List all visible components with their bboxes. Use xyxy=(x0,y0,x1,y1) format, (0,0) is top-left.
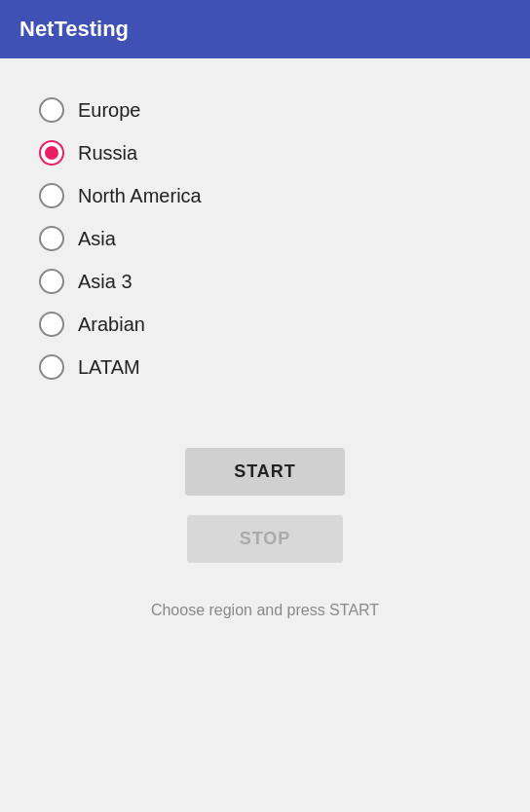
radio-circle-asia3 xyxy=(39,269,64,294)
radio-item-asia[interactable]: Asia xyxy=(39,226,491,251)
radio-circle-north-america xyxy=(39,183,64,208)
radio-label-asia: Asia xyxy=(78,228,116,250)
buttons-section: START STOP xyxy=(39,448,491,563)
radio-label-asia3: Asia 3 xyxy=(78,271,132,293)
radio-item-north-america[interactable]: North America xyxy=(39,183,491,208)
radio-circle-asia xyxy=(39,226,64,251)
radio-circle-arabian xyxy=(39,312,64,337)
radio-item-asia3[interactable]: Asia 3 xyxy=(39,269,491,294)
app-header: NetTesting xyxy=(0,0,530,58)
main-content: Europe Russia North America Asia Asia 3 xyxy=(0,58,530,812)
app-title: NetTesting xyxy=(19,17,129,42)
start-button[interactable]: START xyxy=(185,448,345,496)
radio-label-latam: LATAM xyxy=(78,356,140,379)
radio-item-latam[interactable]: LATAM xyxy=(39,354,491,380)
radio-item-russia[interactable]: Russia xyxy=(39,140,491,166)
status-message: Choose region and press START xyxy=(39,602,491,619)
radio-item-europe[interactable]: Europe xyxy=(39,97,491,123)
radio-label-arabian: Arabian xyxy=(78,314,145,336)
radio-circle-russia xyxy=(39,140,64,166)
radio-circle-europe xyxy=(39,97,64,123)
app-container: NetTesting Europe Russia North America A… xyxy=(0,0,530,812)
radio-item-arabian[interactable]: Arabian xyxy=(39,312,491,337)
region-radio-group: Europe Russia North America Asia Asia 3 xyxy=(39,97,491,380)
radio-label-europe: Europe xyxy=(78,99,141,122)
radio-label-north-america: North America xyxy=(78,185,202,207)
radio-inner-russia xyxy=(45,146,58,160)
stop-button[interactable]: STOP xyxy=(187,515,343,563)
radio-circle-latam xyxy=(39,354,64,380)
radio-label-russia: Russia xyxy=(78,142,137,165)
